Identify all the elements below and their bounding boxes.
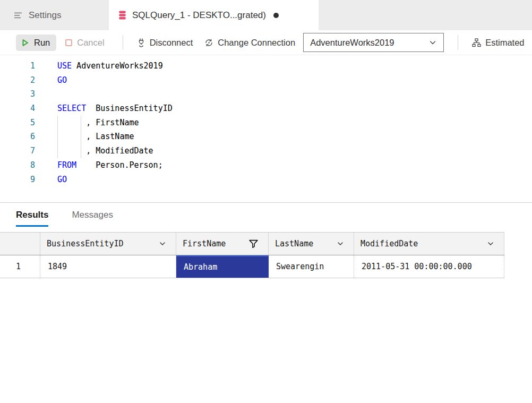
indent-guide	[57, 144, 58, 158]
tab-sqlquery[interactable]: SQLQuery_1 - DESKTO...grated)	[109, 0, 319, 30]
line-number: 1	[0, 59, 35, 73]
code-line[interactable]: 3	[0, 87, 532, 101]
cancel-button[interactable]: Cancel	[61, 35, 108, 51]
line-number: 8	[0, 158, 35, 173]
grid-cell-lastname[interactable]: Swearengin	[269, 255, 354, 278]
play-icon	[21, 39, 29, 47]
app-window: Settings SQLQuery_1 - DESKTO...grated) R…	[0, 0, 532, 403]
stop-square-icon	[65, 39, 72, 46]
column-header-label: BusinessEntityID	[47, 239, 124, 248]
database-icon	[118, 11, 127, 20]
change-connection-icon	[204, 38, 213, 47]
grid-cell-firstname[interactable]: Abraham	[176, 255, 269, 278]
sql-text: , FirstName	[57, 118, 139, 127]
code-line[interactable]: 2GO	[0, 73, 532, 88]
table-row: 11849AbrahamSwearengin2011-05-31 00:00:0…	[0, 255, 504, 278]
results-grid: BusinessEntityIDFirstNameLastNameModifie…	[0, 232, 504, 278]
panel-tab-results[interactable]: Results	[16, 210, 48, 227]
code-line[interactable]: 7 , ModifiedDate	[0, 144, 532, 158]
sql-text: AdventureWorks2019	[72, 61, 163, 71]
editor-lines: 1USE AdventureWorks20192GO34SELECT Busin…	[0, 59, 532, 186]
sql-editor[interactable]: 1USE AdventureWorks20192GO34SELECT Busin…	[0, 55, 532, 202]
tab-sqlquery-label: SQLQuery_1 - DESKTO...grated)	[132, 10, 266, 21]
sql-keyword: GO	[57, 175, 67, 184]
results-panel: ResultsMessages BusinessEntityIDFirstNam…	[0, 202, 532, 403]
sql-keyword: USE	[57, 61, 72, 71]
change-connection-button[interactable]: Change Connection	[204, 38, 295, 48]
indent-guide	[57, 116, 58, 130]
run-button-label: Run	[34, 38, 50, 48]
panel-tab-messages[interactable]: Messages	[72, 210, 113, 227]
toolbar-divider	[458, 35, 458, 50]
line-number: 5	[0, 116, 35, 130]
code-text: , ModifiedDate	[57, 144, 153, 158]
code-line[interactable]: 4SELECT BusinessEntityID	[0, 101, 532, 116]
code-text: , LastName	[57, 130, 134, 144]
code-line[interactable]: 5 , FirstName	[0, 116, 532, 130]
grid-cell-modifieddate[interactable]: 2011-05-31 00:00:00.000	[354, 255, 504, 278]
query-plan-icon	[472, 38, 481, 47]
column-header-firstname[interactable]: FirstName	[176, 233, 269, 255]
line-number: 9	[0, 173, 35, 187]
code-text: GO	[57, 173, 67, 187]
toolbar-divider	[123, 35, 123, 50]
estimated-plan-label: Estimated	[485, 38, 524, 48]
grid-cell-businessentityid[interactable]: 1849	[40, 255, 176, 278]
query-toolbar: Run Cancel Disconnect	[0, 30, 532, 55]
run-button[interactable]: Run	[16, 35, 56, 51]
indent-guide	[81, 144, 81, 158]
column-header-label: FirstName	[183, 239, 226, 248]
grid-rows: 11849AbrahamSwearengin2011-05-31 00:00:0…	[0, 255, 504, 278]
column-header-businessentityid[interactable]: BusinessEntityID	[40, 233, 176, 255]
column-header-label: LastName	[275, 239, 313, 248]
line-number: 3	[0, 87, 35, 101]
chevron-down-icon[interactable]	[337, 240, 344, 247]
code-line[interactable]: 6 , LastName	[0, 130, 532, 144]
grid-header-row: BusinessEntityIDFirstNameLastNameModifie…	[0, 232, 504, 255]
line-number: 7	[0, 144, 35, 158]
column-header-label: ModifiedDate	[361, 239, 418, 248]
settings-lines-icon	[14, 12, 23, 19]
disconnect-plug-icon	[137, 38, 145, 47]
column-header-modifieddate[interactable]: ModifiedDate	[354, 233, 504, 255]
indent-guide	[81, 116, 81, 130]
chevron-down-icon[interactable]	[159, 240, 166, 247]
sql-text: , ModifiedDate	[57, 146, 153, 156]
database-dropdown[interactable]: AdventureWorks2019	[303, 33, 444, 52]
code-text: FROM Person.Person;	[57, 158, 163, 173]
unsaved-dot-icon[interactable]	[273, 13, 279, 18]
change-connection-button-label: Change Connection	[218, 38, 295, 48]
tab-settings-label: Settings	[29, 10, 61, 21]
chevron-down-icon[interactable]	[487, 240, 494, 247]
disconnect-button-label: Disconnect	[150, 38, 193, 48]
code-text: , FirstName	[57, 116, 139, 130]
column-header-lastname[interactable]: LastName	[269, 233, 354, 255]
filter-funnel-icon[interactable]	[248, 239, 259, 249]
line-number: 4	[0, 101, 35, 116]
code-text: GO	[57, 73, 67, 88]
row-number-cell[interactable]: 1	[0, 255, 40, 278]
sql-text: BusinessEntityID	[86, 104, 173, 113]
code-line[interactable]: 8FROM Person.Person;	[0, 158, 532, 173]
sql-keyword: GO	[57, 75, 67, 85]
sql-keyword: SELECT	[57, 104, 86, 113]
results-panel-tabs: ResultsMessages	[0, 210, 532, 227]
row-number-header[interactable]	[0, 233, 40, 255]
disconnect-button[interactable]: Disconnect	[137, 38, 193, 48]
indent-guide	[81, 130, 81, 144]
chevron-down-icon	[428, 38, 437, 47]
line-number: 6	[0, 130, 35, 144]
indent-guide	[57, 130, 58, 144]
editor-tab-bar: Settings SQLQuery_1 - DESKTO...grated)	[0, 0, 532, 30]
line-number: 2	[0, 73, 35, 88]
code-text: USE AdventureWorks2019	[57, 59, 163, 73]
sql-text: , LastName	[57, 132, 134, 141]
code-line[interactable]: 1USE AdventureWorks2019	[0, 59, 532, 73]
cancel-button-label: Cancel	[77, 38, 104, 48]
sql-text: Person.Person;	[76, 160, 163, 170]
tab-settings[interactable]: Settings	[0, 0, 109, 30]
code-line[interactable]: 9GO	[0, 173, 532, 187]
database-dropdown-value: AdventureWorks2019	[310, 38, 394, 48]
estimated-plan-button[interactable]: Estimated	[472, 38, 524, 48]
sql-keyword: FROM	[57, 160, 76, 170]
